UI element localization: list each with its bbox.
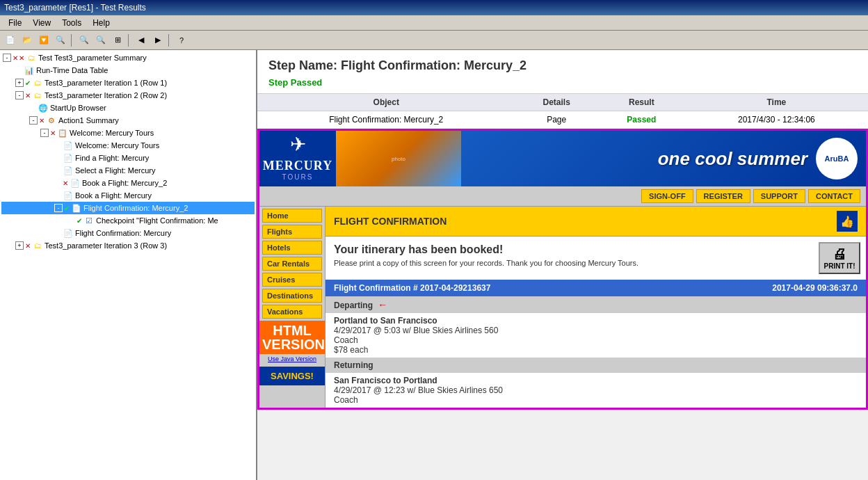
- tree-item-action1[interactable]: - ✕ ⚙ Action1 Summary: [1, 114, 255, 127]
- icon-checkpoint: ☑: [83, 215, 95, 226]
- tree-item-startup[interactable]: 🌐 StartUp Browser: [1, 102, 255, 114]
- expander-fc2[interactable]: -: [54, 204, 63, 212]
- col-time: Time: [685, 94, 868, 111]
- returning-date: 4/29/2017 @ 12:23 w/ Blue Skies Airlines…: [334, 385, 858, 395]
- itinerary-text: Please print a copy of this screen for y…: [326, 259, 866, 273]
- departing-label: Departing: [334, 301, 373, 310]
- nav-register[interactable]: REGISTER: [696, 189, 750, 203]
- label-book2: Book a Flight: Mercury_2: [82, 179, 167, 187]
- icon-x-root: ✕: [13, 54, 18, 62]
- sidebar-destinations[interactable]: Destinations: [262, 289, 322, 303]
- label-iter3: Test3_parameter Iteration 3 (Row 3): [45, 241, 167, 250]
- tree-item-root[interactable]: - ✕ ✕ 🗂 Test Test3_parameter Summary: [1, 51, 255, 64]
- step-title: Step Name: Flight Confirmation: Mercury_…: [268, 58, 857, 73]
- menu-view[interactable]: View: [27, 17, 56, 29]
- tree-item-runtime[interactable]: 📊 Run-Time Data Table: [1, 64, 255, 77]
- cell-object: Flight Confirmation: Mercury_2: [257, 111, 515, 129]
- tree-item-iter1[interactable]: + ✔ 🗂 Test3_parameter Iteration 1 (Row 1…: [1, 77, 255, 89]
- print-label: PRINT IT!: [823, 262, 856, 270]
- arrow-annotation: ←: [378, 299, 387, 310]
- cell-time: 2017/4/30 - 12:34:06: [685, 111, 868, 129]
- printer-icon: 🖨: [823, 246, 856, 262]
- icon-x-iter2: ✕: [25, 92, 31, 99]
- toolbar-help[interactable]: ?: [174, 33, 189, 48]
- menu-tools[interactable]: Tools: [56, 17, 87, 29]
- sidebar-home[interactable]: Home: [262, 209, 322, 223]
- thumbs-up-icon: 👍: [837, 211, 858, 232]
- expander-welcome[interactable]: -: [40, 129, 49, 137]
- sidebar-hotels[interactable]: Hotels: [262, 241, 322, 255]
- col-result: Result: [598, 94, 685, 111]
- sidebar-flights[interactable]: Flights: [262, 225, 322, 239]
- label-flight-conf: Flight Confirmation: Mercury: [75, 229, 171, 237]
- menu-file[interactable]: File: [3, 17, 27, 29]
- label-action1: Action1 Summary: [58, 116, 119, 125]
- tree-item-welcome-step[interactable]: 📄 Welcome: Mercury Tours: [1, 139, 255, 152]
- use-java-link[interactable]: Use Java Version: [259, 354, 325, 364]
- label-runtime: Run-Time Data Table: [36, 66, 108, 74]
- tree-item-find[interactable]: 📄 Find a Flight: Mercury: [1, 152, 255, 164]
- toolbar-filter[interactable]: 🔽: [36, 33, 51, 48]
- toolbar-back[interactable]: ◀: [134, 33, 149, 48]
- expander-root[interactable]: -: [3, 54, 11, 62]
- departing-class: Coach: [334, 335, 858, 345]
- toolbar-sep2: [128, 34, 131, 47]
- label-checkpoint: Checkpoint "Flight Confirmation: Me: [96, 216, 218, 225]
- expander-iter2[interactable]: -: [15, 91, 24, 99]
- expander-action1[interactable]: -: [29, 116, 38, 125]
- toolbar-zoom-fit[interactable]: ⊞: [110, 33, 125, 48]
- content-panel: Step Name: Flight Confirmation: Mercury_…: [257, 50, 868, 480]
- banner-image: photo: [336, 131, 461, 186]
- html-text: HTML: [262, 323, 322, 337]
- toolbar-forward[interactable]: ▶: [150, 33, 166, 48]
- icon-x-welcome: ✕: [50, 129, 56, 137]
- mercury-logo: ✈ MERCURY TOURS: [259, 131, 336, 186]
- tree-item-iter3[interactable]: + ✕ 🗂 Test3_parameter Iteration 3 (Row 3…: [1, 239, 255, 252]
- expander-iter3[interactable]: +: [15, 241, 24, 250]
- flight-conf-header: FLIGHT CONFIRMATION 👍: [326, 207, 866, 237]
- expander-iter1[interactable]: +: [15, 79, 24, 87]
- sidebar-vacations[interactable]: Vacations: [262, 305, 322, 319]
- label-root: Test Test3_parameter Summary: [38, 54, 147, 62]
- returning-details: San Francisco to Portland 4/29/2017 @ 12…: [326, 373, 866, 408]
- label-find: Find a Flight: Mercury: [75, 154, 149, 162]
- label-startup: StartUp Browser: [50, 104, 106, 112]
- icon-folder-iter2: 🗂: [32, 90, 43, 101]
- version-text: VERSION: [262, 337, 322, 351]
- icon-action1: ⚙: [46, 115, 57, 126]
- menu-help[interactable]: Help: [87, 17, 115, 29]
- nav-signoff[interactable]: SIGN-OFF: [641, 189, 693, 203]
- tree-item-select[interactable]: 📄 Select a Flight: Mercury: [1, 164, 255, 177]
- itinerary-title: Your itinerary has been booked!: [326, 237, 866, 259]
- mercury-nav: SIGN-OFF REGISTER SUPPORT CONTACT: [259, 186, 866, 207]
- icon-check-iter1: ✔: [25, 79, 31, 87]
- returning-label: Returning: [334, 360, 373, 370]
- icon-check-fc2: ✔: [64, 205, 70, 212]
- tree-item-flight-conf2[interactable]: - ✔ 📄 Flight Confirmation: Mercury_2: [1, 202, 255, 214]
- nav-contact[interactable]: CONTACT: [808, 189, 860, 203]
- tree-item-flight-conf[interactable]: 📄 Flight Confirmation: Mercury: [1, 227, 255, 239]
- tree-item-iter2[interactable]: - ✕ 🗂 Test3_parameter Iteration 2 (Row 2…: [1, 89, 255, 102]
- flight-conf-title: FLIGHT CONFIRMATION: [334, 216, 447, 227]
- toolbar-open[interactable]: 📂: [19, 33, 35, 48]
- sidebar-car-rentals[interactable]: Car Rentals: [262, 257, 322, 271]
- table-row: Flight Confirmation: Mercury_2 Page Pass…: [257, 111, 868, 129]
- tree-item-checkpoint[interactable]: ✔ ☑ Checkpoint "Flight Confirmation: Me: [1, 214, 255, 227]
- label-select: Select a Flight: Mercury: [75, 166, 156, 175]
- icon-page-fc: 📄: [63, 227, 74, 239]
- toolbar-zoom-in[interactable]: 🔍: [77, 33, 92, 48]
- tree-item-book2[interactable]: ✕ 📄 Book a Flight: Mercury_2: [1, 177, 255, 189]
- icon-step-welcome: 📋: [57, 127, 68, 138]
- toolbar-zoom-out[interactable]: 🔍: [93, 33, 108, 48]
- toolbar-new[interactable]: 📄: [3, 33, 18, 48]
- nav-support[interactable]: SUPPORT: [753, 189, 805, 203]
- tree-item-welcome-root[interactable]: - ✕ 📋 Welcome: Mercury Tours: [1, 127, 255, 139]
- tree-item-book[interactable]: 📄 Book a Flight: Mercury: [1, 189, 255, 202]
- savings-button[interactable]: SAVINGS!: [259, 367, 325, 385]
- banner-text: one cool summer: [658, 148, 807, 170]
- sidebar-cruises[interactable]: Cruises: [262, 273, 322, 287]
- window-title: Test3_parameter [Res1] - Test Results: [4, 3, 146, 13]
- mercury-banner: photo one cool summer AruBA: [336, 131, 866, 186]
- toolbar-search[interactable]: 🔍: [53, 33, 68, 48]
- print-button[interactable]: 🖨 PRINT IT!: [819, 242, 860, 274]
